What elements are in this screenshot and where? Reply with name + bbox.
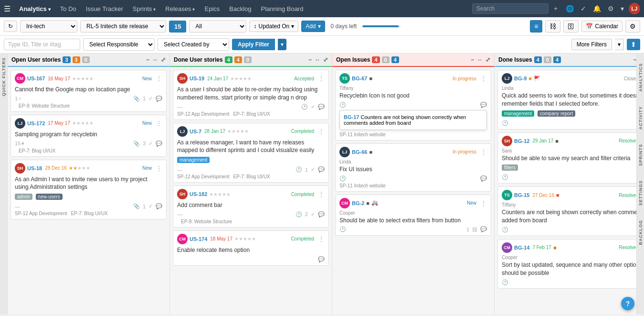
avatar-cooper: CM [15,73,25,84]
card-us-7[interactable]: LJ US-7 28 Jan 17 ★★★★★ Completed ⋮ As a… [173,123,329,183]
settings-label[interactable]: SETTINGS [638,180,643,206]
clock-bg15: 🕐 [502,227,508,233]
card-menu-bg66[interactable]: ⋮ [480,148,487,156]
card-id-us172[interactable]: US-172 [27,120,45,126]
quick-filters-label[interactable]: QUICK FILTERS [1,57,6,96]
list-view-button[interactable]: ≡ [530,20,542,33]
card-id-us19[interactable]: US-19 [190,76,204,81]
card-menu-us7[interactable]: ⋮ [318,128,325,135]
priority-us167[interactable]: 1 ▾ [15,96,21,102]
card-id-us18[interactable]: US-18 [27,165,42,171]
badge-open-user-1: 3 [73,56,80,63]
col-minus-done-issues[interactable]: − [633,56,636,63]
activity-label[interactable]: ACTIVITY [638,106,643,130]
apply-filter-button[interactable]: Apply Filter [232,39,275,50]
help-button[interactable]: ? [621,297,634,310]
backlog-label[interactable]: BACKLOG [638,220,643,245]
filter-button[interactable]: ⚿ [563,20,579,33]
more-filters-arrow[interactable]: ▾ [615,39,624,50]
card-menu-us174[interactable]: ⋮ [318,235,325,243]
user-avatar[interactable]: LJ [629,3,640,14]
card-bg-12[interactable]: SH BG-12 29 Jan 17 ■ Resolved ⋮ Sara Sho… [497,132,636,184]
card-id-bg14[interactable]: BG-14 [514,245,529,251]
card-menu-us172[interactable]: ⋮ [156,120,162,127]
card-bg-67[interactable]: TS BG-67 ■ In progress ⋮ Tiffany Recycle… [335,70,491,141]
analytics-label[interactable]: ANALYTICS [638,63,643,92]
project-select[interactable]: Ini-tech [20,20,77,33]
col-minus-open-issues[interactable]: − [471,56,474,63]
col-minus-icon[interactable]: − [146,56,149,63]
card-us-182[interactable]: SH US-182 ★★★★★ Completed ⋮ Add comment … [173,185,329,228]
bell-icon[interactable]: 🔔 [591,4,603,13]
refresh-button[interactable]: ↻ [4,21,17,32]
col-minus-done[interactable]: − [308,56,312,63]
card-bg-2[interactable]: CM BG-2 ■ 🚑 New ⋮ Cooper Should be able … [335,195,491,236]
calendar-button[interactable]: 📅 Calendar [581,21,623,32]
card-id-us7[interactable]: US-7 [190,129,201,134]
card-us-18[interactable]: SH US-18 28 Dec 16 ★★★★★ New ⋮ As an Adm… [11,160,167,220]
nav-analytics[interactable]: Analytics▾ [15,3,54,14]
col-expand-open-issues[interactable]: ↔ [477,56,483,63]
hamburger-icon[interactable]: ☰ [4,4,11,13]
card-id-bg67[interactable]: BG-67 [352,76,367,81]
card-menu-us182[interactable]: ⋮ [318,190,325,198]
created-by-filter[interactable]: Select Created by [158,38,229,51]
nav-todo[interactable]: To Do [56,3,80,14]
card-bg-66[interactable]: LJ BG-66 ■ In progress ⋮ Linda Fix UI is… [335,143,491,192]
card-id-bg66[interactable]: BG-66 [352,149,367,155]
collapse-button[interactable]: ⬆ [627,39,640,50]
attach-us18: 📎 [133,203,140,209]
col-expand-icon[interactable]: ↔ [152,56,158,63]
card-menu-bg67[interactable]: ⋮ [480,75,487,82]
priority-us172[interactable]: 15▾ [15,141,24,147]
col-expand-done[interactable]: ↔ [315,56,320,63]
card-id-us174[interactable]: US-174 [190,236,207,242]
card-id-us182[interactable]: US-182 [190,191,207,197]
chevron-down-icon[interactable]: ▾ [619,4,626,13]
add-button[interactable]: Add ▾ [301,21,325,32]
nav-sprints[interactable]: Sprints▾ [129,3,159,14]
sort-button[interactable]: ↕ Updated On ▾ [249,21,298,32]
card-us-172[interactable]: LJ US-172 17 May 17 ★★★★★ New ⋮ Sampling… [11,115,167,157]
card-bg-15[interactable]: TS BG-15 27 Dec 16 ■ Resolved ⋮ Tiffany … [497,186,636,236]
tag-admin: admin [15,194,32,200]
globe-icon[interactable]: 🌐 [564,4,576,13]
plus-icon[interactable]: ＋ [550,3,561,14]
card-us-167[interactable]: CM US-167 16 May 17 ★★★★★ New ⋮ Cannot f… [11,70,167,112]
search-input[interactable] [472,3,549,14]
check-icon[interactable]: ✓ [579,4,588,13]
more-filters-button[interactable]: More Filters [571,39,612,50]
card-id-bg2[interactable]: BG-2 [352,200,364,206]
col-fullscreen-done[interactable]: ⤢ [323,56,328,63]
nav-issue-tracker[interactable]: Issue Tracker [82,3,127,14]
card-us-19[interactable]: SH US-19 24 Jan 17 ★★★★★ Accepted ⋮ As a… [173,70,329,120]
card-bg-14[interactable]: CM BG-14 7 Feb 17 ■ Resolved ⋮ Cooper So… [497,239,636,289]
nav-backlog[interactable]: Backlog [225,3,255,14]
release-select[interactable]: RL-5 Initech site release [80,20,166,33]
card-menu-bg2[interactable]: ⋮ [480,199,487,207]
id-filter-input[interactable] [4,39,80,50]
title-us18: As an Admin I want to invite new users t… [15,175,162,192]
filter-select[interactable]: All [189,20,246,33]
card-id-bg15[interactable]: BG-15 [514,192,529,198]
comment-bg66: 💬 [480,175,487,182]
card-bg-9[interactable]: LJ BG-9 ■ 🚩 Closed ⋮ Linda Quick add see… [497,70,636,130]
nav-planning-board[interactable]: Planning Board [257,3,307,14]
card-us-174[interactable]: CM US-174 18 May 17 ★★★★★ Completed ⋮ En… [173,230,329,266]
nav-epics[interactable]: Epics [201,3,223,14]
card-menu-us167[interactable]: ⋮ [156,75,162,82]
sprints-label[interactable]: SPRINTS [638,144,643,166]
responsible-filter[interactable]: Select Responsible [83,38,155,51]
gear-icon[interactable]: ⚙ [606,4,616,13]
link-button[interactable]: ⛓ [545,20,560,33]
card-id-us167[interactable]: US-167 [27,76,45,81]
nav-releases[interactable]: Releases▾ [161,3,199,14]
card-id-bg9[interactable]: BG-9 [514,76,527,81]
apply-filter-arrow[interactable]: ▾ [278,39,286,50]
col-fullscreen-open-issues[interactable]: ⤢ [486,56,490,63]
card-id-bg12[interactable]: BG-12 [514,138,529,144]
card-menu-us19[interactable]: ⋮ [318,75,325,82]
card-menu-us18[interactable]: ⋮ [156,164,162,172]
settings-button[interactable]: ⚙ [625,20,640,33]
col-fullscreen-icon[interactable]: ⤢ [161,56,166,63]
